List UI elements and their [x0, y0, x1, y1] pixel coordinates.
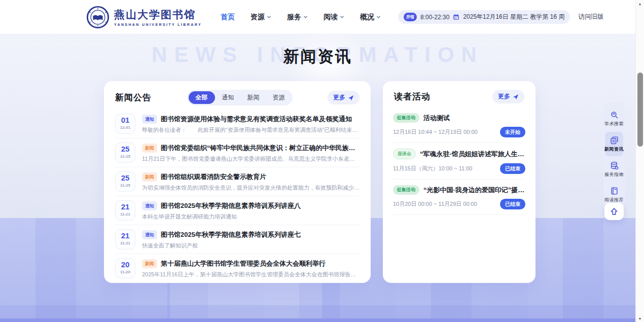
activities-more-label: 更多 [498, 92, 510, 101]
activity-title: “光影中国·我身边的爱国印记”摄影及… [423, 186, 525, 195]
activity-title: 活动测试 [423, 114, 450, 123]
activity-tag: 座谈会 [393, 149, 416, 159]
activity-item[interactable]: 征集活动 “光影中国·我身边的爱国印记”摄影及… 10月20日 00:00 ~ … [393, 180, 525, 215]
sidebar-item-news[interactable]: 新闻资讯 [605, 132, 623, 156]
news-item[interactable]: 21 11-21 通知 图书馆2025年秋季学期信息素养培训系列讲座七 快速全面… [115, 225, 360, 254]
news-month-day: 12-01 [116, 125, 135, 130]
page-title: 新闻资讯 [0, 46, 635, 67]
activities-panel-title: 读者活动 [394, 91, 431, 102]
chevron-down-icon [267, 15, 271, 19]
news-body: 通知 图书馆资源使用体验与需求意见有奖调查活动获奖名单及领奖通知 尊敬的各位读者… [142, 114, 360, 134]
scrollbar-up-arrow[interactable]: ▲ [636, 2, 644, 6]
date-info: 2025年12月16日 星期二 教学第 16 周 [463, 13, 564, 21]
news-panel-header: 新闻公告 全部 通知 新闻 资源 更多 [104, 81, 371, 110]
news-tag: 新闻 [142, 172, 157, 182]
news-item[interactable]: 25 11-25 新闻 图书馆组织观看消防安全警示教育片 为切实增强全体馆员的消… [115, 167, 360, 196]
logo-en: YANSHAN UNIVERSITY LIBRARY [114, 23, 202, 26]
page: 燕山大学图书馆 YANSHAN UNIVERSITY LIBRARY 首页 资源… [0, 0, 644, 322]
quick-sidebar: 学术搜索 新闻资讯 服务指南 阅读推荐 [603, 103, 625, 210]
scrollbar-thumb[interactable] [637, 73, 643, 147]
chevron-down-icon [303, 15, 308, 19]
news-desc: 为切实增强全体馆员的消防安全意识，提升应对突发火情的处置能力，有效预防和减少火灾… [142, 184, 360, 192]
activity-item[interactable]: 座谈会 “军魂永驻·馆员姐姐讲述军旅人生”主… 11月15日（周六）10:00 … [393, 143, 525, 180]
sidebar-label: 新闻资讯 [604, 146, 624, 153]
news-item[interactable]: 25 11-25 新闻 图书馆党委组织“铸牢中华民族共同体意识：树立正确的中华民… [115, 138, 360, 167]
back-to-top-button[interactable] [604, 203, 624, 220]
activity-title: “军魂永驻·馆员姐姐讲述军旅人生”主… [420, 150, 525, 159]
sidebar-item-academic-search[interactable]: 学术搜索 [605, 106, 623, 131]
news-tag: 通知 [142, 230, 157, 239]
footer-strip [0, 318, 635, 322]
news-day: 25 [116, 174, 135, 183]
nav-overview[interactable]: 概况 [360, 13, 381, 22]
search-icon [610, 111, 619, 119]
old-version-link[interactable]: 访问旧版 [578, 13, 603, 21]
activity-time: 12月16日 10:44 ~ 12月19日 00:00 [393, 128, 478, 136]
news-body: 新闻 图书馆组织观看消防安全警示教育片 为切实增强全体馆员的消防安全意识，提升应… [142, 171, 360, 192]
nav-resources[interactable]: 资源 [251, 13, 271, 22]
news-date-badge: 25 11-25 [115, 171, 135, 192]
activities-panel: 读者活动 更多 征集活动 活动测试 12月16日 10:44 ~ 12月19日 … [383, 81, 535, 283]
news-desc: 本科生毕设开题文献调研能力培训通知 [142, 213, 360, 221]
news-date-badge: 01 12-01 [115, 114, 135, 134]
news-month-day: 11-25 [116, 183, 135, 188]
sidebar-label: 学术搜索 [604, 121, 624, 127]
tab-notice[interactable]: 通知 [216, 91, 240, 104]
news-day: 20 [116, 261, 135, 269]
open-hours: 8:00-22:30 [420, 14, 449, 21]
tab-all[interactable]: 全部 [189, 91, 215, 104]
news-day: 25 [116, 145, 135, 154]
activity-status-badge: 已结束 [500, 163, 525, 174]
scrollbar-down-arrow[interactable]: ▼ [636, 317, 644, 320]
open-hours-date-pill: 开馆 8:00-22:30 2025年12月16日 星期二 教学第 16 周 [398, 10, 570, 24]
news-item[interactable]: 01 12-01 通知 图书馆资源使用体验与需求意见有奖调查活动获奖名单及领奖通… [115, 110, 360, 138]
main-nav: 首页 资源 服务 阅读 概况 [221, 13, 381, 22]
database-icon [610, 161, 619, 170]
activity-time: 10月20日 00:00 ~ 11月29日 00:00 [393, 200, 477, 208]
nav-services[interactable]: 服务 [287, 13, 308, 22]
news-item[interactable]: 21 11-21 通知 图书馆2025年秋季学期信息素养培训系列讲座八 本科生毕… [115, 196, 360, 225]
header: 燕山大学图书馆 YANSHAN UNIVERSITY LIBRARY 首页 资源… [0, 0, 635, 34]
tab-resources[interactable]: 资源 [267, 91, 291, 104]
news-title: 第十届燕山大学图书馆学生管理委员会全体大会顺利举行 [161, 259, 326, 268]
news-body: 新闻 第十届燕山大学图书馆学生管理委员会全体大会顺利举行 2025年11月16日… [142, 258, 360, 278]
scrollbar[interactable]: ▲ ▼ [635, 0, 644, 322]
sidebar-label: 服务指南 [604, 171, 624, 178]
activity-status-badge: 已结束 [500, 199, 525, 209]
activity-tag: 征集活动 [393, 113, 419, 123]
news-tag: 新闻 [142, 144, 157, 153]
news-date-badge: 21 11-21 [115, 229, 135, 249]
send-arrow-icon [348, 95, 354, 101]
nav-services-label: 服务 [287, 13, 301, 22]
calendar-icon [453, 14, 459, 20]
news-body: 新闻 图书馆党委组织“铸牢中华民族共同体意识：树立正确的中华民族历史观”专题政治… [142, 142, 360, 163]
nav-home-label: 首页 [221, 13, 235, 22]
book-icon [610, 187, 619, 195]
library-logo[interactable]: 燕山大学图书馆 YANSHAN UNIVERSITY LIBRARY [86, 6, 202, 29]
news-item[interactable]: 20 11-20 新闻 第十届燕山大学图书馆学生管理委员会全体大会顺利举行 20… [115, 254, 360, 282]
activity-item[interactable]: 征集活动 活动测试 12月16日 10:44 ~ 12月19日 00:00 未开… [393, 108, 525, 143]
news-list: 01 12-01 通知 图书馆资源使用体验与需求意见有奖调查活动获奖名单及领奖通… [104, 110, 371, 282]
news-month-day: 11-21 [116, 241, 135, 245]
open-badge: 开馆 [404, 13, 417, 21]
photo-floor-block [0, 305, 635, 318]
activity-time: 11月15日（周六）10:00 ~ 11:00 [393, 165, 472, 172]
activities-more-button[interactable]: 更多 [492, 90, 524, 103]
chevron-down-icon [340, 15, 344, 19]
chevron-down-icon [376, 15, 381, 19]
tab-news[interactable]: 新闻 [241, 91, 266, 104]
news-month-day: 11-21 [116, 212, 135, 217]
nav-reading[interactable]: 阅读 [324, 13, 344, 22]
logo-text: 燕山大学图书馆 YANSHAN UNIVERSITY LIBRARY [114, 8, 202, 26]
sidebar-item-service-guide[interactable]: 服务指南 [605, 157, 623, 182]
activity-status-badge: 未开始 [500, 127, 525, 137]
news-more-button[interactable]: 更多 [328, 91, 360, 104]
nav-reading-label: 阅读 [324, 13, 338, 22]
activities-list: 征集活动 活动测试 12月16日 10:44 ~ 12月19日 00:00 未开… [383, 108, 535, 215]
news-panel-title: 新闻公告 [115, 92, 152, 103]
news-day: 21 [116, 203, 135, 211]
news-title: 图书馆党委组织“铸牢中华民族共同体意识：树立正确的中华民族历史观”专题政治理论… [161, 144, 360, 153]
news-title: 图书馆2025年秋季学期信息素养培训系列讲座七 [161, 230, 301, 239]
nav-home[interactable]: 首页 [221, 13, 235, 22]
nav-resources-label: 资源 [251, 13, 265, 22]
